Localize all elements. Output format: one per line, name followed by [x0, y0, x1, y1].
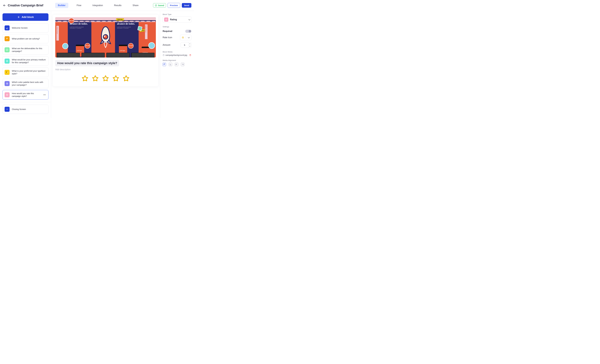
block-label: Welcome Screen [12, 27, 47, 29]
poster-sub-left: CAFÉ DE ESPECIALIDAD TOSTADO Y LAVADO. [70, 27, 89, 29]
hero-image: Un placer al alcance de todos. CAFÉ DE E… [55, 17, 156, 57]
add-block-button[interactable]: Add block [2, 13, 48, 21]
tab-results[interactable]: Results [111, 3, 124, 8]
star-icon [5, 92, 9, 97]
saved-badge: Saved [153, 3, 166, 8]
required-label: Required [163, 30, 172, 33]
star-2[interactable] [91, 75, 99, 82]
poster-sub-right: CAFÉ DE ESPECIALIDAD TOSTADO Y LAVADO. [117, 27, 137, 29]
block-type-select[interactable]: Rating [163, 17, 191, 23]
typography-icon: TT [5, 70, 9, 75]
align-bottom[interactable] [169, 63, 172, 66]
svg-rect-11 [164, 64, 165, 65]
saved-label: Saved [158, 4, 164, 7]
plus-icon [17, 16, 20, 18]
tab-share[interactable]: Share [130, 3, 141, 8]
topbar: Creative Campaign Brief Builder Flow Int… [0, 0, 194, 11]
rocket-sticker-icon [98, 26, 113, 49]
block-label: Which color palette best suits with your… [12, 81, 47, 86]
star-5[interactable] [122, 75, 130, 82]
amount-down-icon[interactable]: ▼ [188, 45, 191, 48]
side-banner-right: Radical Toast [145, 24, 147, 33]
canvas: Un placer al alcance de todos. CAFÉ DE E… [51, 11, 160, 118]
inspector: Block Type Rating Settings Required Rate… [160, 11, 194, 118]
star-icon [164, 18, 168, 22]
block-label: Closing Screen [12, 108, 47, 111]
block-label: How would you rate this campaign style? [12, 92, 41, 98]
checklist-icon [5, 47, 9, 52]
check-circle-icon [155, 4, 157, 7]
svg-rect-13 [170, 64, 171, 64]
svg-point-9 [104, 36, 105, 37]
star-outline-icon [180, 36, 186, 39]
block-more-icon[interactable]: ••• [43, 94, 47, 96]
svg-point-5 [7, 83, 7, 83]
rate-icon-select[interactable] [180, 35, 191, 40]
wave-icon [5, 107, 9, 112]
welcome-icon [5, 25, 9, 30]
svg-rect-12 [164, 65, 164, 65]
amount-up-icon[interactable]: ▲ [188, 42, 191, 45]
svg-point-3 [7, 61, 8, 61]
block-closing[interactable]: Closing Screen [2, 105, 48, 114]
svg-rect-10 [164, 64, 165, 64]
block-label: What would be your primary medium for th… [12, 58, 47, 64]
description-placeholder[interactable]: Add description [55, 68, 156, 71]
file-icon [163, 54, 165, 56]
tabs: Builder Flow Integration Results Share [55, 3, 141, 8]
bag-label-2: Café Fugaz [120, 50, 125, 51]
block-label: What problem are we solving? [12, 37, 47, 40]
star-1[interactable] [81, 75, 89, 82]
block-type-value: Rating [170, 18, 177, 21]
star-4[interactable] [112, 75, 120, 82]
text-block-icon [5, 36, 9, 41]
align-right[interactable] [181, 63, 184, 66]
topbar-actions: Saved Preview Send [153, 3, 191, 8]
amount-label: Amount [163, 44, 170, 46]
block-welcome[interactable]: Welcome Screen [2, 23, 48, 33]
rating-stars [55, 75, 156, 82]
fence-graphic [55, 53, 156, 57]
svg-point-4 [6, 83, 8, 84]
svg-rect-17 [177, 64, 177, 64]
sidebar-divider [0, 102, 51, 102]
add-block-label: Add block [22, 16, 34, 18]
chevron-down-icon [188, 18, 190, 21]
svg-rect-18 [177, 64, 177, 64]
amount-stepper[interactable]: 5 ▲ ▼ [181, 42, 191, 48]
align-top[interactable] [163, 63, 166, 66]
align-left[interactable] [175, 63, 178, 66]
amount-value: 5 [181, 42, 188, 48]
svg-point-6 [7, 83, 8, 83]
star-3[interactable] [102, 75, 109, 82]
tab-builder[interactable]: Builder [55, 3, 68, 8]
block-color-palette[interactable]: Which color palette best suits with your… [2, 79, 48, 88]
preview-button[interactable]: Preview [168, 3, 180, 8]
trash-icon[interactable] [189, 54, 191, 56]
svg-point-2 [6, 60, 8, 62]
svg-rect-14 [170, 64, 170, 64]
bag-label-1: Café Fugaz [77, 50, 82, 51]
svg-rect-15 [170, 65, 171, 65]
question-input[interactable]: How would you rate this campaign style? [55, 60, 119, 66]
block-medium[interactable]: What would be your primary medium for th… [2, 56, 48, 66]
hiphip-stamp-left: ¡HIP HIP! [85, 43, 90, 49]
required-toggle[interactable] [185, 30, 191, 33]
page-title: Creative Campaign Brief [8, 4, 43, 7]
tab-integration[interactable]: Integration [90, 3, 106, 8]
palette-icon [5, 81, 9, 86]
send-button[interactable]: Send [182, 3, 191, 8]
block-rating[interactable]: How would you rate this campaign style? … [2, 90, 48, 100]
block-deliverables[interactable]: What are the deliverables for this campa… [2, 45, 48, 55]
back-arrow-icon[interactable] [2, 3, 6, 7]
svg-rect-20 [182, 64, 182, 64]
block-label: What are the deliverables for this campa… [12, 47, 47, 53]
chevron-down-icon [188, 36, 189, 39]
block-typeface[interactable]: TT What is your preferred your typeface … [2, 67, 48, 77]
svg-rect-16 [176, 64, 176, 65]
target-icon [5, 59, 9, 64]
disfruta-pill-top: Disfruta [116, 18, 124, 21]
block-problem[interactable]: What problem are we solving? [2, 34, 48, 43]
tab-flow[interactable]: Flow [74, 3, 84, 8]
svg-point-8 [103, 35, 108, 39]
